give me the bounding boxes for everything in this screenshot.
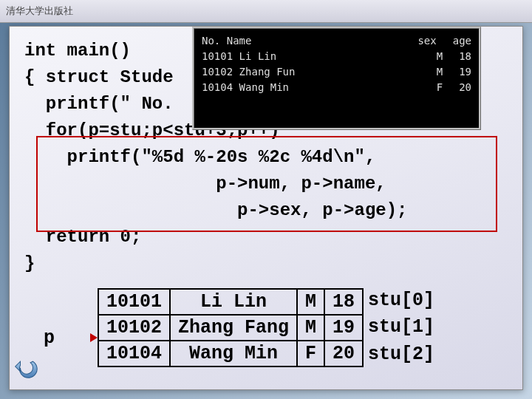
console-cell: M <box>437 64 443 80</box>
console-output: No. Name sex age 10101 Li Lin M 18 10102… <box>192 27 481 130</box>
table-row: 10104 Wang Min F 20 <box>98 341 363 366</box>
cell-sex: M <box>297 315 324 341</box>
struct-table: 10101 Li Lin M 18 10102 Zhang Fang M 19 … <box>98 288 364 367</box>
console-header: No. Name sex age <box>202 33 471 49</box>
code-line-6: p->num, p->name, <box>24 171 508 197</box>
undo-arrow-icon <box>14 354 39 379</box>
console-cell: Li Lin <box>239 50 277 62</box>
cell-age: 20 <box>324 341 363 366</box>
slide-content: int main() { struct Stude printf(" No. N… <box>9 26 523 390</box>
console-cell: 10104 <box>202 81 233 93</box>
console-cell: M <box>437 49 443 64</box>
title-bar: 清华大学出版社 <box>0 0 532 23</box>
console-cell: 10101 <box>202 50 233 62</box>
cell-age: 19 <box>324 315 363 341</box>
memory-diagram: p 10101 Li Lin M 18 10102 Zhang Fang M 1… <box>44 287 434 368</box>
publisher-label: 清华大学出版社 <box>6 4 73 18</box>
stu-index-label: stu[2] <box>368 341 434 368</box>
console-row: 10102 Zhang Fun M 19 <box>202 64 471 80</box>
console-header-left: No. Name <box>202 33 251 49</box>
cell-num: 10101 <box>98 289 170 315</box>
code-line-5: printf("%5d %-20s %2c %4d\n", <box>24 144 508 171</box>
cell-name: Li Lin <box>170 289 297 315</box>
stu-index-label: stu[1] <box>368 314 434 341</box>
index-labels: stu[0] stu[1] stu[2] <box>368 287 434 368</box>
cell-sex: M <box>297 289 324 315</box>
back-button[interactable] <box>14 354 41 381</box>
table-row: 10102 Zhang Fang M 19 <box>98 315 363 341</box>
console-header-sex: sex <box>417 33 436 49</box>
code-line-8: return 0; <box>24 224 508 250</box>
code-line-7: p->sex, p->age); <box>24 197 508 224</box>
code-line-9: } <box>24 250 508 277</box>
console-cell: 18 <box>459 49 471 64</box>
console-cell: Wang Min <box>239 81 289 93</box>
stu-index-label: stu[0] <box>368 287 434 314</box>
console-cell: F <box>437 80 443 95</box>
console-cell: 10102 <box>202 66 233 78</box>
cell-name: Wang Min <box>170 341 297 366</box>
console-cell: Zhang Fun <box>239 66 296 78</box>
console-row: 10104 Wang Min F 20 <box>202 80 471 95</box>
cell-name: Zhang Fang <box>170 315 297 341</box>
table-row: 10101 Li Lin M 18 <box>98 289 363 315</box>
cell-age: 18 <box>324 289 363 315</box>
console-cell: 19 <box>459 64 471 80</box>
cell-num: 10102 <box>98 315 170 341</box>
cell-num: 10104 <box>98 341 170 366</box>
cell-sex: F <box>297 341 324 366</box>
pointer-label: p <box>44 327 55 349</box>
console-header-age: age <box>453 33 471 49</box>
console-row: 10101 Li Lin M 18 <box>202 49 471 64</box>
console-cell: 20 <box>459 80 471 95</box>
